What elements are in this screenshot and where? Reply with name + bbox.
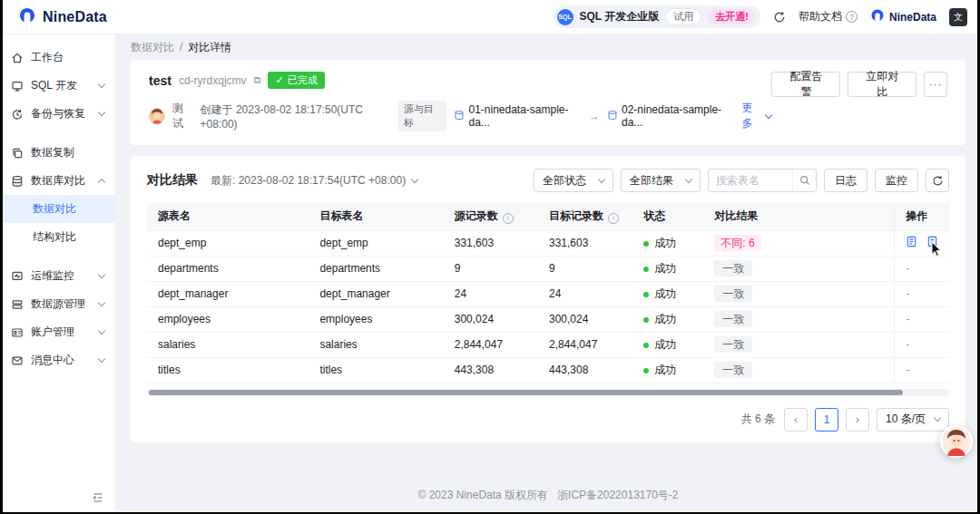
prev-page-button[interactable]: ‹ <box>784 408 808 432</box>
backup-restore-icon <box>11 108 24 121</box>
cell-source-count: 331,603 <box>444 230 538 256</box>
sidebar-item-sql-dev[interactable]: SQL 开发 <box>0 72 115 100</box>
sync-icon[interactable] <box>773 11 786 24</box>
result-filter-select[interactable]: 全部结果 <box>621 169 701 192</box>
icp-text: 浙ICP备2022013170号-2 <box>557 488 678 503</box>
app: NineData SQL SQL 开发企业版 试用 去开通! 帮助文档 ? Ni… <box>0 0 980 514</box>
sidebar-item-ops-monitor[interactable]: 运维监控 <box>0 262 115 290</box>
cell-result: 不同: 6 <box>703 230 894 256</box>
translate-icon[interactable]: 文 <box>949 8 967 26</box>
cell-source-table: dept_emp <box>147 230 309 256</box>
upgrade-button[interactable]: 去开通! <box>708 9 756 24</box>
same-badge: 一致 <box>714 260 752 276</box>
source-datasource: 01-ninedata-sample-da... <box>454 103 582 129</box>
table-header-row: 源表名 目标表名 源记录数i 目标记录数i 状态 对比结果 操作 <box>147 203 949 230</box>
log-button[interactable]: 日志 <box>824 169 867 192</box>
source-target-tag: 源与目标 <box>398 101 446 131</box>
more-actions-button[interactable]: ··· <box>924 72 947 97</box>
chevron-down-icon <box>411 175 418 182</box>
success-dot <box>643 368 649 373</box>
sidebar-item-backup[interactable]: 备份与恢复 <box>0 100 115 128</box>
plan-badge[interactable]: SQL SQL 开发企业版 试用 去开通! <box>554 5 760 28</box>
chevron-down-icon <box>98 81 105 88</box>
empty-action: - <box>906 338 909 351</box>
success-dot <box>643 267 649 272</box>
same-badge: 一致 <box>714 362 752 378</box>
refresh-icon[interactable] <box>926 169 949 192</box>
sidebar-item-data-compare[interactable]: 数据对比 <box>0 195 115 223</box>
scrollbar-thumb[interactable] <box>149 390 903 395</box>
next-page-button[interactable]: › <box>846 408 869 432</box>
sidebar-item-account[interactable]: 账户管理 <box>0 318 115 346</box>
id-card-icon <box>11 326 24 339</box>
diff-sql-icon[interactable] <box>926 236 938 247</box>
page-number-button[interactable]: 1 <box>815 408 838 432</box>
help-docs-link[interactable]: 帮助文档 ? <box>799 9 858 24</box>
info-icon[interactable]: i <box>608 213 619 224</box>
configure-alert-button[interactable]: 配置告警 <box>771 72 840 97</box>
chevron-up-icon <box>98 179 105 186</box>
page-size-select[interactable]: 10 条/页 <box>877 408 949 432</box>
same-badge: 一致 <box>714 336 752 353</box>
monitor-button[interactable]: 监控 <box>875 169 918 192</box>
table-row: dept_manager dept_manager 24 24 成功 一致 - <box>147 281 949 306</box>
success-dot <box>643 343 649 348</box>
empty-action: - <box>906 287 909 300</box>
table-row: employees employees 300,024 300,024 成功 一… <box>147 306 949 332</box>
sql-console-icon <box>11 80 24 92</box>
brand-link[interactable]: NineData <box>870 8 936 25</box>
task-summary-card: test cd-ryrdxqjcmv ⧉ ✓ 已完成 测试 创建于 2 <box>131 60 965 145</box>
ninedata-logo[interactable]: NineData <box>18 6 107 27</box>
view-detail-icon[interactable] <box>906 236 917 247</box>
plan-label: SQL 开发企业版 <box>580 9 660 24</box>
col-target-table: 目标表名 <box>309 203 443 230</box>
brand-logo-icon <box>870 8 885 25</box>
breadcrumb-separator: / <box>180 41 182 53</box>
database-icon <box>454 110 465 123</box>
sidebar-item-replication[interactable]: 数据复制 <box>0 139 115 167</box>
same-badge: 一致 <box>714 311 752 327</box>
task-actions: 配置告警 立即对比 ··· <box>771 72 947 131</box>
latest-run-dropdown[interactable]: 最新: 2023-08-02 18:17:54(UTC +08:00) <box>211 173 417 189</box>
empty-action: - <box>906 262 909 275</box>
info-icon[interactable]: i <box>503 213 514 224</box>
sidebar-item-db-compare[interactable]: 数据库对比 <box>0 167 115 195</box>
sidebar-item-datasource[interactable]: 数据源管理 <box>0 290 115 318</box>
empty-action: - <box>906 364 909 376</box>
horizontal-scrollbar[interactable] <box>147 389 949 396</box>
main-content: 数据对比 / 对比详情 test cd-ryrdxqjcmv ⧉ ✓ 已完成 <box>116 34 980 514</box>
copy-icon[interactable]: ⧉ <box>254 74 261 86</box>
success-dot <box>643 241 649 247</box>
col-result: 对比结果 <box>703 203 894 230</box>
sidebar-item-messages[interactable]: 消息中心 <box>0 346 115 374</box>
col-source-table: 源表名 <box>147 203 309 230</box>
task-info: test cd-ryrdxqjcmv ⧉ ✓ 已完成 测试 创建于 2 <box>149 72 771 131</box>
screen-edge <box>0 0 3 514</box>
arrow-right-icon: → <box>589 110 600 122</box>
cell-target-count: 331,603 <box>538 230 632 256</box>
success-dot <box>643 292 649 297</box>
trial-tag: 试用 <box>665 8 701 25</box>
col-target-count: 目标记录数i <box>538 203 632 230</box>
sidebar-item-structure-compare[interactable]: 结构对比 <box>0 223 115 251</box>
chevron-down-icon <box>598 175 605 182</box>
more-details-link[interactable]: 更多 <box>742 101 772 131</box>
sql-plan-icon: SQL <box>557 9 573 25</box>
search-icon[interactable] <box>792 169 816 192</box>
col-status: 状态 <box>632 203 703 230</box>
search-input[interactable] <box>709 174 792 187</box>
sidebar-collapse-icon[interactable] <box>92 491 104 507</box>
sidebar: 工作台 SQL 开发 备份与恢复 数据复制 数据库对比 <box>0 34 116 514</box>
assistant-avatar[interactable] <box>940 425 973 458</box>
status-filter-select[interactable]: 全部状态 <box>534 169 613 192</box>
breadcrumb-parent[interactable]: 数据对比 <box>131 40 174 55</box>
cell-status: 成功 <box>632 230 703 256</box>
empty-action: - <box>906 313 909 325</box>
sidebar-item-workbench[interactable]: 工作台 <box>0 44 115 72</box>
compare-now-button[interactable]: 立即对比 <box>848 72 916 97</box>
task-meta-row: 测试 创建于 2023-08-02 18:17:50(UTC +08:00) 源… <box>149 101 771 131</box>
breadcrumb: 数据对比 / 对比详情 <box>116 34 980 60</box>
status-badge: ✓ 已完成 <box>268 72 324 89</box>
chevron-down-icon <box>98 271 105 278</box>
home-icon <box>11 52 24 64</box>
